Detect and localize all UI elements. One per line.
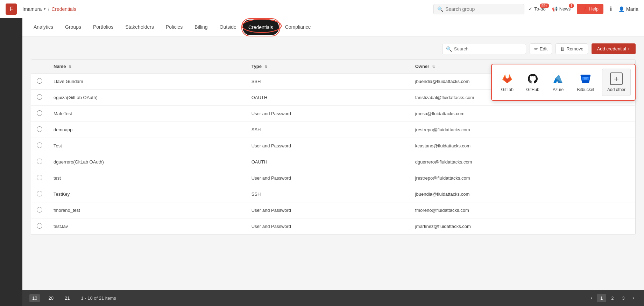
- app-logo: F: [6, 4, 17, 15]
- news-action[interactable]: 📢 News 1: [552, 6, 571, 12]
- github-option[interactable]: GitHub: [521, 69, 544, 96]
- toolbar: 🔍 ✏ Edit 🗑 Remove Add credential +: [31, 43, 636, 54]
- row-owner-2: jmesa@fluidattacks.com: [410, 106, 635, 122]
- github-icon: [526, 72, 539, 85]
- azure-option[interactable]: Azure: [547, 69, 569, 96]
- prev-page-button[interactable]: ‹: [588, 293, 595, 302]
- chevron-down-icon: ▾: [44, 7, 46, 11]
- add-credential-label: Add credential +: [597, 46, 630, 51]
- row-name-1: eguiza(GitLab OAuth): [48, 90, 246, 106]
- tab-billing[interactable]: Billing: [189, 19, 213, 35]
- tab-groups[interactable]: Groups: [59, 19, 87, 35]
- row-radio-8[interactable]: [37, 207, 42, 213]
- table-row[interactable]: testJav User and Password jmartinez@flui…: [31, 218, 635, 235]
- search-group-input[interactable]: [445, 6, 521, 12]
- gitlab-label: GitLab: [501, 87, 514, 92]
- row-type-4: User and Password: [246, 138, 410, 154]
- row-owner-8: fmoreno@fluidattacks.com: [410, 202, 635, 218]
- row-radio-2[interactable]: [37, 110, 42, 116]
- table-row[interactable]: test User and Password jrestrepo@fluidat…: [31, 170, 635, 186]
- tab-analytics[interactable]: Analytics: [28, 19, 59, 35]
- row-radio-3[interactable]: [37, 126, 42, 132]
- name-column-header[interactable]: Name ⇅: [48, 60, 246, 74]
- row-radio-4[interactable]: [37, 142, 42, 148]
- row-type-9: User and Password: [246, 218, 410, 235]
- page-size-21[interactable]: 21: [62, 294, 72, 302]
- row-name-5: dguerrero(GitLab OAuth): [48, 154, 246, 170]
- search-input[interactable]: [454, 46, 522, 51]
- page-size-20[interactable]: 20: [45, 294, 56, 302]
- help-button[interactable]: ❓ Help: [577, 4, 603, 14]
- bitbucket-icon: [579, 72, 592, 85]
- add-other-label: Add other: [607, 87, 625, 92]
- add-other-option[interactable]: ＋ Add other: [602, 69, 631, 96]
- azure-label: Azure: [553, 87, 564, 92]
- table-row[interactable]: TestKey SSH jbuendia@fluidattacks.com: [31, 186, 635, 202]
- table-row[interactable]: demoapp SSH jrestrepo@fluidattacks.com: [31, 122, 635, 138]
- page-navigation: ‹ 1 2 3 ›: [588, 293, 637, 302]
- row-radio-0[interactable]: [37, 78, 42, 84]
- tab-policies[interactable]: Policies: [160, 19, 188, 35]
- topbar-actions: ✓ To-do 99+ 📢 News 1 ❓ Help ℹ 👤 Maria: [529, 4, 638, 14]
- row-type-0: SSH: [246, 74, 410, 90]
- row-name-9: testJav: [48, 218, 246, 235]
- tab-outside[interactable]: Outside: [214, 19, 242, 35]
- edit-button[interactable]: ✏ Edit: [530, 43, 552, 54]
- row-owner-9: jmartinez@fluidattacks.com: [410, 218, 635, 235]
- page-3-button[interactable]: 3: [618, 294, 628, 302]
- org-name[interactable]: Imamura: [22, 6, 42, 12]
- edit-label: Edit: [540, 46, 547, 51]
- gitlab-option[interactable]: GitLab: [496, 69, 518, 96]
- page-info: 1 - 10 of 21 items: [81, 295, 116, 301]
- row-name-8: fmoreno_test: [48, 202, 246, 218]
- row-owner-5: dguerrero@fluidattacks.com: [410, 154, 635, 170]
- row-name-7: TestKey: [48, 186, 246, 202]
- user-name: Maria: [626, 6, 638, 12]
- row-type-7: SSH: [246, 186, 410, 202]
- current-page-label: Credentials: [51, 6, 76, 12]
- table-row[interactable]: fmoreno_test User and Password fmoreno@f…: [31, 202, 635, 218]
- search-group-bar[interactable]: 🔍: [433, 4, 524, 14]
- row-owner-3: jrestrepo@fluidattacks.com: [410, 122, 635, 138]
- table-row[interactable]: Test User and Password kcastano@fluidatt…: [31, 138, 635, 154]
- search-bar[interactable]: 🔍: [442, 44, 526, 54]
- page-2-button[interactable]: 2: [608, 294, 617, 302]
- name-sort-icon: ⇅: [69, 65, 71, 69]
- row-radio-1[interactable]: [37, 94, 42, 100]
- search-bar-icon: 🔍: [446, 46, 452, 52]
- table-row[interactable]: dguerrero(GitLab OAuth) OAUTH dguerrero@…: [31, 154, 635, 170]
- info-icon[interactable]: ℹ: [610, 5, 612, 13]
- add-other-icon: ＋: [610, 72, 623, 85]
- row-type-2: User and Password: [246, 106, 410, 122]
- remove-label: Remove: [566, 46, 583, 51]
- tab-stakeholders[interactable]: Stakeholders: [120, 19, 160, 35]
- page-1-button[interactable]: 1: [597, 294, 606, 302]
- gitlab-icon: [501, 72, 514, 85]
- row-owner-6: jrestrepo@fluidattacks.com: [410, 170, 635, 186]
- row-name-4: Test: [48, 138, 246, 154]
- todo-action[interactable]: ✓ To-do 99+: [529, 6, 546, 12]
- next-page-button[interactable]: ›: [630, 293, 637, 302]
- add-credential-button[interactable]: Add credential +: [592, 43, 636, 54]
- tab-portfolios[interactable]: Portfolios: [87, 19, 119, 35]
- row-radio-7[interactable]: [37, 191, 42, 196]
- row-owner-4: kcastano@fluidattacks.com: [410, 138, 635, 154]
- row-type-8: User and Password: [246, 202, 410, 218]
- pagination-bar: 10 20 21 1 - 10 of 21 items ‹ 1 2 3 ›: [22, 290, 644, 306]
- type-column-header[interactable]: Type ⇅: [246, 60, 410, 74]
- sidebar: [0, 18, 22, 306]
- row-radio-5[interactable]: [37, 159, 42, 164]
- bitbucket-option[interactable]: Bitbucket: [572, 69, 599, 96]
- row-radio-6[interactable]: [37, 175, 42, 180]
- tab-credentials[interactable]: Credentials: [243, 20, 279, 35]
- breadcrumb-separator: /: [48, 6, 49, 12]
- main-area: Analytics Groups Portfolios Stakeholders…: [22, 18, 644, 306]
- topbar: F Imamura ▾ / Credentials 🔍 ✓ To-do 99+ …: [0, 0, 644, 18]
- azure-icon: [552, 72, 565, 85]
- tab-compliance[interactable]: Compliance: [279, 19, 317, 35]
- remove-button[interactable]: 🗑 Remove: [555, 43, 588, 54]
- table-row[interactable]: MafeTest User and Password jmesa@fluidat…: [31, 106, 635, 122]
- page-size-10[interactable]: 10: [29, 294, 40, 302]
- user-menu[interactable]: 👤 Maria: [618, 6, 638, 12]
- row-radio-9[interactable]: [37, 223, 42, 229]
